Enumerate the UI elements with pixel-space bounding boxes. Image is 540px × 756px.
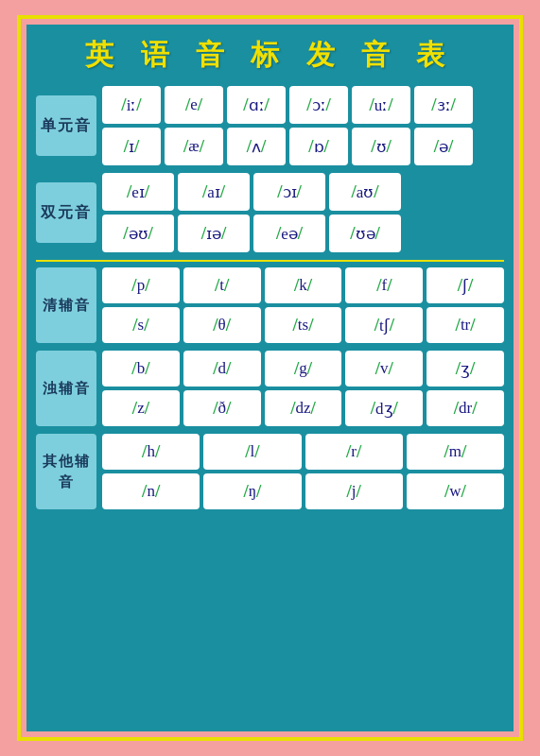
- diph-row1: /eɪ/ /aɪ/ /ɔɪ/ /aʊ/: [102, 173, 504, 211]
- phoneme-aʊ: /aʊ/: [329, 173, 401, 211]
- mono-row2: /ɪ/ /æ/ /ʌ/ /ɒ/ /ʊ/ /ə/: [102, 128, 504, 165]
- phoneme-ʃ: /ʃ/: [427, 267, 504, 303]
- phoneme-b: /b/: [102, 351, 180, 387]
- inner-container: 英 语 音 标 发 音 表 单元音 /iː/ /e/ /ɑː/ /ɔː/ /uː…: [26, 25, 514, 731]
- voiceless-row1: /p/ /t/ /k/ /f/ /ʃ/: [102, 267, 504, 303]
- phoneme-ʊ: /ʊ/: [352, 128, 410, 165]
- voiced-group: 浊辅音 /b/ /d/ /g/ /v/ /ʒ/ /z/ /ð/ /dz/ /dʒ…: [36, 351, 504, 426]
- phoneme-ɔː: /ɔː/: [289, 86, 348, 124]
- phoneme-eɪ: /eɪ/: [102, 173, 174, 211]
- phoneme-m: /m/: [407, 434, 504, 470]
- phoneme-r: /r/: [305, 434, 403, 470]
- vowel-section: 单元音 /iː/ /e/ /ɑː/ /ɔː/ /uː/ /ɜː/ /ɪ/ /æ/…: [36, 86, 504, 262]
- other-row1: /h/ /l/ /r/ /m/: [102, 434, 504, 470]
- voiceless-cells: /p/ /t/ /k/ /f/ /ʃ/ /s/ /θ/ /ts/ /tʃ/ /t…: [102, 267, 504, 343]
- diphthong-row: 双元音 /eɪ/ /aɪ/ /ɔɪ/ /aʊ/ /əʊ/ /ɪə/ /eə/ /…: [36, 173, 504, 252]
- phoneme-ð: /ð/: [183, 390, 261, 426]
- diph-row2: /əʊ/ /ɪə/ /eə/ /ʊə/: [102, 215, 504, 252]
- phoneme-æ: /æ/: [165, 128, 223, 165]
- monophthong-row: 单元音 /iː/ /e/ /ɑː/ /ɔː/ /uː/ /ɜː/ /ɪ/ /æ/…: [36, 86, 504, 165]
- phoneme-l: /l/: [203, 434, 301, 470]
- phoneme-g: /g/: [265, 351, 342, 387]
- phoneme-ʌ: /ʌ/: [227, 128, 286, 165]
- phoneme-t: /t/: [183, 267, 261, 303]
- phoneme-v: /v/: [345, 351, 423, 387]
- phoneme-aː: /ɑː/: [227, 86, 286, 124]
- phoneme-j: /j/: [305, 473, 403, 509]
- phoneme-s: /s/: [102, 307, 180, 343]
- phoneme-w: /w/: [407, 473, 504, 509]
- phoneme-eə: /eə/: [253, 215, 325, 252]
- phoneme-ts: /ts/: [265, 307, 342, 343]
- phoneme-θ: /θ/: [183, 307, 261, 343]
- phoneme-e: /e/: [165, 86, 223, 124]
- voiced-row1: /b/ /d/ /g/ /v/ /ʒ/: [102, 351, 504, 387]
- phoneme-uː: /uː/: [352, 86, 410, 124]
- phoneme-f: /f/: [345, 267, 423, 303]
- phoneme-ŋ: /ŋ/: [203, 473, 301, 509]
- monophthong-label: 单元音: [36, 95, 96, 156]
- phoneme-ʒ: /ʒ/: [427, 351, 504, 387]
- phoneme-tr: /tr/: [427, 307, 504, 343]
- phoneme-ɔɪ: /ɔɪ/: [253, 173, 325, 211]
- voiced-row2: /z/ /ð/ /dz/ /dʒ/ /dr/: [102, 390, 504, 426]
- voiced-label: 浊辅音: [36, 351, 96, 426]
- phoneme-z: /z/: [102, 390, 180, 426]
- phoneme-ɪə: /ɪə/: [178, 215, 250, 252]
- voiceless-label: 清辅音: [36, 267, 96, 343]
- phoneme-dʒ: /dʒ/: [345, 390, 423, 426]
- voiced-cells: /b/ /d/ /g/ /v/ /ʒ/ /z/ /ð/ /dz/ /dʒ/ /d…: [102, 351, 504, 426]
- consonant-section: 清辅音 /p/ /t/ /k/ /f/ /ʃ/ /s/ /θ/ /ts/ /tʃ…: [36, 267, 504, 724]
- phoneme-h: /h/: [102, 434, 200, 470]
- phoneme-p: /p/: [102, 267, 180, 303]
- mono-row1: /iː/ /e/ /ɑː/ /ɔː/ /uː/ /ɜː/: [102, 86, 504, 124]
- monophthong-cells: /iː/ /e/ /ɑː/ /ɔː/ /uː/ /ɜː/ /ɪ/ /æ/ /ʌ/…: [102, 86, 504, 165]
- phoneme-tʃ: /tʃ/: [345, 307, 423, 343]
- voiceless-group: 清辅音 /p/ /t/ /k/ /f/ /ʃ/ /s/ /θ/ /ts/ /tʃ…: [36, 267, 504, 343]
- phoneme-əʊ: /əʊ/: [102, 215, 174, 252]
- diphthong-label: 双元音: [36, 182, 96, 243]
- page-title: 英 语 音 标 发 音 表: [85, 39, 454, 70]
- phoneme-d: /d/: [183, 351, 261, 387]
- phoneme-ɜː: /ɜː/: [414, 86, 473, 124]
- phoneme-ʊə: /ʊə/: [329, 215, 401, 252]
- other-cells: /h/ /l/ /r/ /m/ /n/ /ŋ/ /j/ /w/: [102, 434, 504, 509]
- title-row: 英 语 音 标 发 音 表: [36, 32, 504, 80]
- diphthong-cells: /eɪ/ /aɪ/ /ɔɪ/ /aʊ/ /əʊ/ /ɪə/ /eə/ /ʊə/: [102, 173, 504, 252]
- other-row2: /n/ /ŋ/ /j/ /w/: [102, 473, 504, 509]
- phoneme-n: /n/: [102, 473, 200, 509]
- phoneme-aɪ: /aɪ/: [178, 173, 250, 211]
- phoneme-ɒ: /ɒ/: [289, 128, 348, 165]
- other-group: 其他辅音 /h/ /l/ /r/ /m/ /n/ /ŋ/ /j/ /w/: [36, 434, 504, 509]
- phoneme-iː: /iː/: [102, 86, 161, 124]
- phoneme-dz: /dz/: [265, 390, 342, 426]
- phoneme-ə: /ə/: [414, 128, 473, 165]
- voiceless-row2: /s/ /θ/ /ts/ /tʃ/ /tr/: [102, 307, 504, 343]
- phoneme-k: /k/: [265, 267, 342, 303]
- outer-border: 英 语 音 标 发 音 表 单元音 /iː/ /e/ /ɑː/ /ɔː/ /uː…: [17, 15, 523, 741]
- phoneme-ɪ: /ɪ/: [102, 128, 161, 165]
- other-label: 其他辅音: [36, 434, 96, 509]
- phoneme-dr: /dr/: [427, 390, 504, 426]
